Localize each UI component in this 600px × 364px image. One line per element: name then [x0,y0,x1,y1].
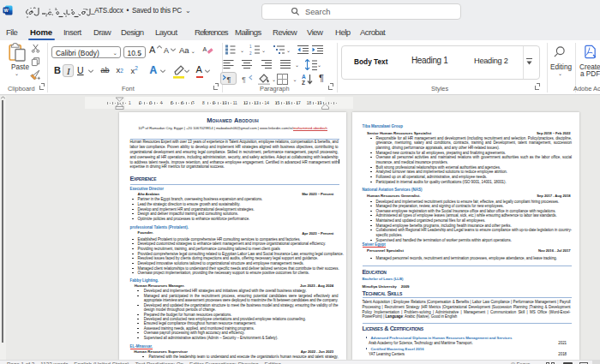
svg-text:W: W [3,8,9,13]
svg-text:1: 1 [249,45,252,49]
svg-text:2: 2 [249,51,252,55]
svg-text:¶: ¶ [227,75,231,83]
svg-text:A: A [203,46,207,52]
svg-text:¶: ¶ [242,75,246,83]
svg-text:A: A [302,74,306,80]
svg-text:Z: Z [302,80,305,85]
